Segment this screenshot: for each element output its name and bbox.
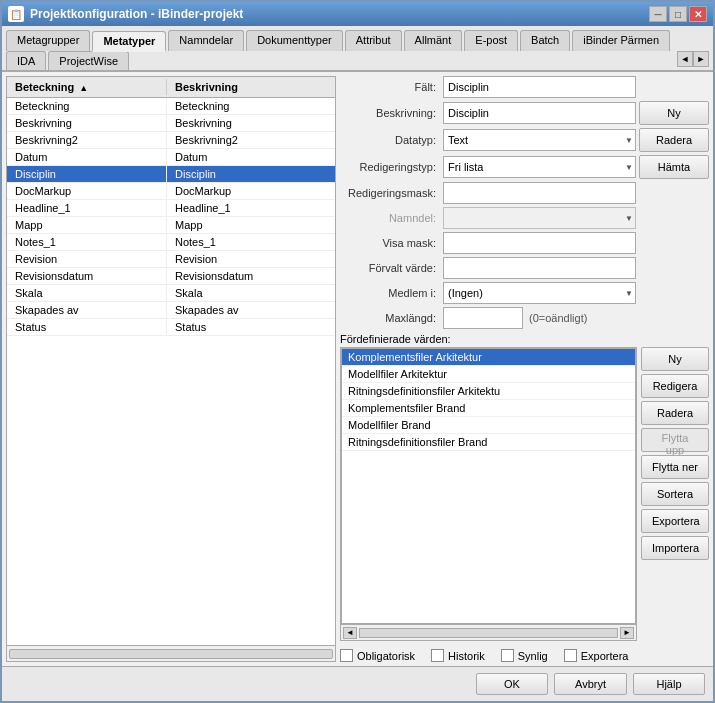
predef-section: Fördefinierade värden: Komplementsfiler … (340, 333, 709, 641)
hamta-button[interactable]: Hämta (639, 155, 709, 179)
list-row[interactable]: DatumDatum (7, 149, 335, 166)
tab-metatyper[interactable]: Metatyper (92, 31, 166, 52)
maximize-button[interactable]: □ (669, 6, 687, 22)
medlem-select[interactable]: (Ingen) (443, 282, 636, 304)
predef-item[interactable]: Ritningsdefinitionsfiler Brand (342, 434, 635, 451)
namndel-label: Namndel: (340, 212, 440, 224)
predef-redigera-button[interactable]: Redigera (641, 374, 709, 398)
predef-flytta-ner-button[interactable]: Flytta ner (641, 455, 709, 479)
tab-batch[interactable]: Batch (520, 30, 570, 51)
obligatorisk-checkbox-label[interactable]: Obligatorisk (340, 649, 415, 662)
maxlangd-hint: (0=oändligt) (529, 312, 587, 324)
avbryt-button[interactable]: Avbryt (554, 673, 627, 695)
predef-flytta-upp-button[interactable]: Flytta upp (641, 428, 709, 452)
tab-ibinder-parmen[interactable]: iBinder Pärmen (572, 30, 670, 51)
historik-checkbox[interactable] (431, 649, 444, 662)
list-row[interactable]: Skapades avSkapades av (7, 302, 335, 319)
tab-allmant[interactable]: Allmänt (404, 30, 463, 51)
redigeringsmask-input[interactable] (443, 182, 636, 204)
bottom-bar: OK Avbryt Hjälp (2, 666, 713, 701)
list-row[interactable]: DocMarkupDocMarkup (7, 183, 335, 200)
col1-header[interactable]: Beteckning ▲ (7, 79, 167, 95)
tab-epost[interactable]: E-post (464, 30, 518, 51)
tab-scroll-left[interactable]: ◄ (677, 51, 693, 67)
tab-metagrupper[interactable]: Metagrupper (6, 30, 90, 51)
tab-namndelar[interactable]: Namndelar (168, 30, 244, 51)
synlig-checkbox-label[interactable]: Synlig (501, 649, 548, 662)
forvalt-label: Förvalt värde: (340, 262, 440, 274)
predef-buttons: Ny Redigera Radera Flytta upp Flytta ner… (641, 347, 709, 641)
redigeringsmask-label: Redigeringsmask: (340, 187, 440, 199)
list-row[interactable]: BeteckningBeteckning (7, 98, 335, 115)
predef-exportera-button[interactable]: Exportera (641, 509, 709, 533)
redigeringstyp-select-wrap: Fri lista Fast lista Lång text ▼ (443, 156, 636, 178)
predef-ny-button[interactable]: Ny (641, 347, 709, 371)
left-list-panel: Beteckning ▲ Beskrivning BeteckningBetec… (6, 76, 336, 662)
list-row[interactable]: Notes_1Notes_1 (7, 234, 335, 251)
scroll-right-btn[interactable]: ► (620, 627, 634, 639)
predef-scroll-h[interactable]: ◄ ► (341, 624, 636, 640)
predef-item[interactable]: Modellfiler Arkitektur (342, 366, 635, 383)
predef-radera-button[interactable]: Radera (641, 401, 709, 425)
falt-input[interactable] (443, 76, 636, 98)
beskrivning-label: Beskrivning: (340, 107, 440, 119)
list-body[interactable]: BeteckningBeteckningBeskrivningBeskrivni… (7, 98, 335, 645)
list-row[interactable]: BeskrivningBeskrivning (7, 115, 335, 132)
list-row[interactable]: RevisionRevision (7, 251, 335, 268)
exportera-checkbox-label[interactable]: Exportera (564, 649, 629, 662)
ny-button[interactable]: Ny (639, 101, 709, 125)
close-button[interactable]: ✕ (689, 6, 707, 22)
title-bar: 📋 Projektkonfiguration - iBinder-projekt… (2, 2, 713, 26)
datatyp-select[interactable]: Text Datum Nummer Bild (443, 129, 636, 151)
namndel-select-wrap: ▼ (443, 207, 636, 229)
exportera-label: Exportera (581, 650, 629, 662)
beskrivning-input[interactable] (443, 102, 636, 124)
tab-projectwise[interactable]: ProjectWise (48, 51, 129, 70)
app-icon: 📋 (8, 6, 24, 22)
checkbox-row: Obligatorisk Historik Synlig Exportera (340, 649, 709, 662)
medlem-select-wrap: (Ingen) ▼ (443, 282, 636, 304)
predef-sortera-button[interactable]: Sortera (641, 482, 709, 506)
predef-list[interactable]: Komplementsfiler ArkitekturModellfiler A… (341, 348, 636, 624)
obligatorisk-checkbox[interactable] (340, 649, 353, 662)
ok-button[interactable]: OK (476, 673, 548, 695)
falt-label: Fält: (340, 81, 440, 93)
radera-button[interactable]: Radera (639, 128, 709, 152)
predef-label: Fördefinierade värden: (340, 333, 709, 345)
window-title: Projektkonfiguration - iBinder-projekt (30, 7, 243, 21)
tab-scroll-right[interactable]: ► (693, 51, 709, 67)
col2-header[interactable]: Beskrivning (167, 79, 246, 95)
list-row[interactable]: Headline_1Headline_1 (7, 200, 335, 217)
predef-importera-button[interactable]: Importera (641, 536, 709, 560)
tab-dokumenttyper[interactable]: Dokumenttyper (246, 30, 343, 51)
visa-mask-input[interactable] (443, 232, 636, 254)
list-row[interactable]: StatusStatus (7, 319, 335, 336)
list-row[interactable]: Beskrivning2Beskrivning2 (7, 132, 335, 149)
scroll-track[interactable] (9, 649, 333, 659)
list-row[interactable]: MappMapp (7, 217, 335, 234)
synlig-checkbox[interactable] (501, 649, 514, 662)
list-row[interactable]: DisciplinDisciplin (7, 166, 335, 183)
list-horizontal-scrollbar[interactable] (7, 645, 335, 661)
historik-label: Historik (448, 650, 485, 662)
redigeringstyp-select[interactable]: Fri lista Fast lista Lång text (443, 156, 636, 178)
predef-item[interactable]: Modellfiler Brand (342, 417, 635, 434)
namndel-select[interactable] (443, 207, 636, 229)
forvalt-input[interactable] (443, 257, 636, 279)
scroll-left-btn[interactable]: ◄ (343, 627, 357, 639)
predef-item[interactable]: Komplementsfiler Arkitektur (342, 349, 635, 366)
predef-body: Komplementsfiler ArkitekturModellfiler A… (340, 347, 709, 641)
tab-ida[interactable]: IDA (6, 51, 46, 70)
tab-attribut[interactable]: Attribut (345, 30, 402, 51)
minimize-button[interactable]: ─ (649, 6, 667, 22)
historik-checkbox-label[interactable]: Historik (431, 649, 485, 662)
predef-item[interactable]: Komplementsfiler Brand (342, 400, 635, 417)
synlig-label: Synlig (518, 650, 548, 662)
list-row[interactable]: RevisionsdatumRevisionsdatum (7, 268, 335, 285)
exportera-checkbox[interactable] (564, 649, 577, 662)
hjälp-button[interactable]: Hjälp (633, 673, 705, 695)
list-row[interactable]: SkalaSkala (7, 285, 335, 302)
predef-item[interactable]: Ritningsdefinitionsfiler Arkitektu (342, 383, 635, 400)
maxlangd-input[interactable] (443, 307, 523, 329)
form-fields: Fält: Beskrivning: Ny Datatyp: Text Datu… (340, 76, 709, 329)
